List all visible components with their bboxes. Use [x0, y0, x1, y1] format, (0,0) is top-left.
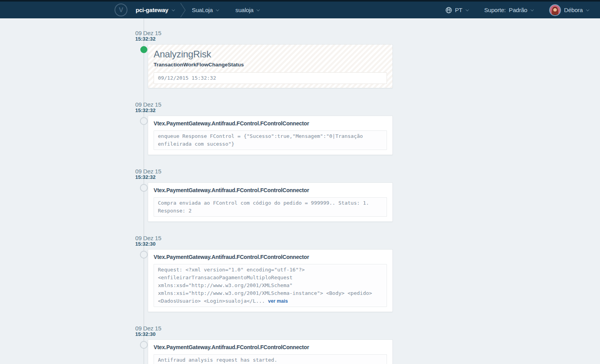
log-card: Vtex.PaymentGateway.Antifraud.FControl.F… [148, 182, 393, 222]
log-source-title: Vtex.PaymentGateway.Antifraud.FControl.F… [154, 344, 387, 350]
chevron-down-icon [257, 8, 260, 11]
chevron-down-icon [172, 8, 175, 11]
breadcrumb-app-selector[interactable]: pci-gateway [136, 7, 174, 13]
log-source-title: Vtex.PaymentGateway.Antifraud.FControl.F… [154, 121, 387, 127]
status-title: AnalyzingRisk [154, 49, 387, 59]
entry-time: 15:32:30 [135, 241, 393, 247]
navbar-right-group: PT Suporte: Padrão Débora [446, 4, 600, 16]
log-source-title: Vtex.PaymentGateway.Antifraud.FControl.F… [154, 187, 387, 193]
log-message: enqueue Response FControl = {"Sucesso":t… [158, 133, 363, 147]
entry-date: 09 Dez 15 [135, 235, 393, 241]
vtex-logo-letter: V [119, 6, 123, 14]
breadcrumb-store-selector[interactable]: sualoja [235, 7, 259, 13]
chevron-down-icon [466, 8, 469, 11]
log-message: 09/12/2015 15:32:32 [158, 75, 216, 81]
top-navbar: V pci-gateway SuaLoja sualoja PT [0, 0, 600, 18]
entry-datetime: 09 Dez 15 15:32:30 [135, 235, 393, 247]
log-card: Vtex.PaymentGateway.Antifraud.FControl.F… [148, 339, 393, 364]
entry-datetime: 09 Dez 15 15:32:32 [135, 168, 393, 180]
timeline-entry-status: 09 Dez 15 15:32:32 AnalyzingRisk Transac… [135, 30, 393, 88]
entry-time: 15:32:32 [135, 36, 393, 42]
log-message-box: 09/12/2015 15:32:32 [154, 72, 387, 84]
entry-time: 15:32:30 [135, 332, 393, 337]
breadcrumb-app-label: pci-gateway [136, 7, 168, 13]
entry-datetime: 09 Dez 15 15:32:30 [135, 325, 393, 337]
chevron-down-icon [216, 8, 219, 11]
timeline-entry-log: 09 Dez 15 15:32:32 Vtex.PaymentGateway.A… [135, 102, 393, 155]
language-selector[interactable]: PT [446, 7, 468, 13]
event-circle-icon [140, 251, 148, 259]
log-message: Antifraud analysis request has started. [158, 357, 277, 363]
log-message-box: Antifraud analysis request has started. [154, 354, 387, 364]
breadcrumb-separator-icon [180, 3, 186, 18]
timeline-entry-log: 09 Dez 15 15:32:30 Vtex.PaymentGateway.A… [135, 325, 393, 364]
breadcrumb-account-label: SuaLoja [192, 7, 213, 13]
status-green-dot-icon [140, 46, 147, 53]
language-label: PT [455, 7, 462, 13]
log-message-box: Request: <?xml version="1.0" encoding="u… [154, 264, 387, 307]
event-circle-icon [140, 117, 148, 125]
user-avatar [549, 4, 561, 16]
log-message-box: Compra enviada ao FControl com código do… [154, 197, 387, 217]
entry-time: 15:32:32 [135, 175, 393, 180]
event-circle-icon [140, 184, 148, 192]
breadcrumb-store-label: sualoja [235, 7, 253, 13]
status-card: AnalyzingRisk TransactionWorkFlowChangeS… [148, 44, 393, 88]
support-selector[interactable]: Suporte: Padrão [484, 7, 533, 13]
log-card: Vtex.PaymentGateway.Antifraud.FControl.F… [148, 116, 393, 155]
event-circle-icon [140, 341, 148, 349]
entry-date: 09 Dez 15 [135, 30, 393, 36]
user-menu[interactable]: Débora [549, 4, 588, 16]
log-card: Vtex.PaymentGateway.Antifraud.FControl.F… [148, 249, 393, 312]
log-message-box: enqueue Response FControl = {"Sucesso":t… [154, 130, 387, 150]
user-name: Débora [564, 7, 583, 13]
entry-time: 15:32:32 [135, 108, 393, 113]
entry-date: 09 Dez 15 [135, 168, 393, 175]
log-message: Request: <?xml version="1.0" encoding="u… [158, 267, 372, 304]
status-subtitle: TransactionWorkFlowChangeStatus [154, 62, 387, 68]
entry-datetime: 09 Dez 15 15:32:32 [135, 30, 393, 42]
log-message: Compra enviada ao FControl com código do… [158, 200, 369, 214]
support-value: Padrão [509, 7, 527, 13]
log-source-title: Vtex.PaymentGateway.Antifraud.FControl.F… [154, 254, 387, 260]
globe-icon [446, 7, 452, 13]
timeline-entry-log: 09 Dez 15 15:32:32 Vtex.PaymentGateway.A… [135, 168, 393, 222]
transaction-event-timeline: 09 Dez 15 15:32:32 AnalyzingRisk Transac… [0, 18, 600, 364]
chevron-down-icon [530, 8, 534, 11]
breadcrumb-account-selector[interactable]: SuaLoja [192, 7, 219, 13]
support-label: Suporte: [484, 7, 506, 13]
vtex-logo-icon[interactable]: V [115, 4, 127, 16]
entry-datetime: 09 Dez 15 15:32:32 [135, 102, 393, 113]
entry-date: 09 Dez 15 [135, 325, 393, 332]
ver-mais-link[interactable]: ver mais [268, 298, 288, 304]
timeline-entry-log: 09 Dez 15 15:32:30 Vtex.PaymentGateway.A… [135, 235, 393, 312]
chevron-down-icon [586, 8, 589, 11]
entry-date: 09 Dez 15 [135, 102, 393, 108]
